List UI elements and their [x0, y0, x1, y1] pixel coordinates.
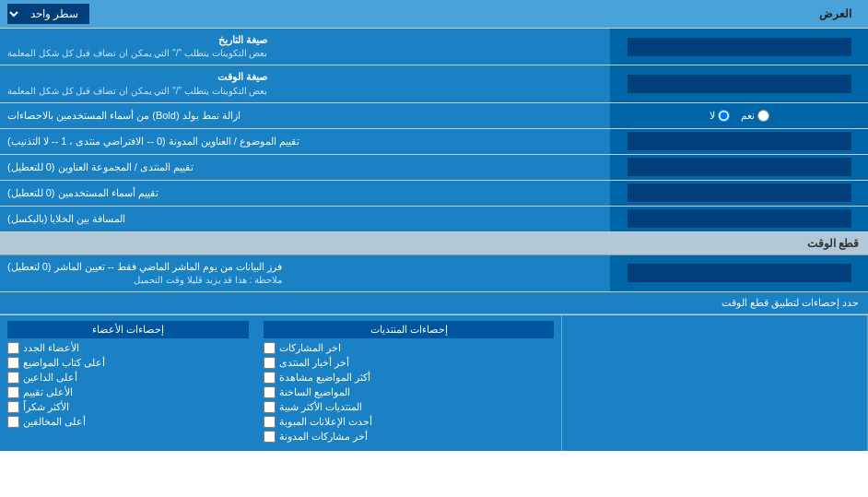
sort-forum-input-container: 33	[610, 155, 868, 180]
member-stats-title: إحصاءات الأعضاء	[7, 321, 249, 338]
time-filter-input[interactable]: 0	[628, 264, 851, 282]
bottom-checkbox-section: إحصاءات المنتديات اخر المشاركات أخر أخبا…	[0, 314, 868, 451]
bold-yes-radio[interactable]	[757, 110, 769, 122]
time-filter-label: فرز البيانات من يوم الماشر الماضي فقط --…	[0, 255, 610, 291]
checkbox-item-cb10: أعلى الداعين	[7, 372, 249, 384]
bold-yes-label[interactable]: نعم	[741, 110, 769, 122]
date-format-input[interactable]: d-m	[628, 38, 851, 56]
checkbox-cb4[interactable]	[264, 386, 276, 398]
checkbox-cb13[interactable]	[7, 416, 19, 428]
date-format-input-container: d-m	[610, 29, 868, 65]
sort-topics-input[interactable]: 33	[628, 132, 851, 150]
cell-spacing-label: المسافة بين الخلايا (بالبكسل)	[0, 207, 610, 231]
checkbox-item-cb3: أكثر المواضيع مشاهدة	[264, 372, 554, 384]
checkbox-cb9[interactable]	[7, 357, 19, 369]
date-format-row: d-m صيغة التاريخ بعض التكوينات يتطلب "/"…	[0, 29, 868, 65]
post-stats-title: إحصاءات المنتديات	[264, 321, 554, 338]
checkbox-item-cb4: المواضيع الساخنة	[264, 386, 554, 398]
bold-remove-row: نعم لا ازالة نمط بولد (Bold) من أسماء ال…	[0, 103, 868, 129]
sort-topics-row: 33 تقييم الموضوع / العناوين المدونة (0 -…	[0, 129, 868, 155]
time-format-input-container: H:i	[610, 65, 868, 101]
display-select[interactable]: سطر واحدسطرينثلاثة أسطر	[7, 4, 89, 24]
sort-forum-row: 33 تقييم المنتدى / المجموعة العناوين (0 …	[0, 155, 868, 181]
sort-users-input-container: 0	[610, 181, 868, 206]
sort-users-row: 0 تقييم أسماء المستخدمين (0 للتعطيل)	[0, 181, 868, 207]
cell-spacing-input[interactable]: 2	[628, 209, 851, 228]
limit-row: حدد إحصاءات لتطبيق قطع الوقت	[0, 292, 868, 314]
cell-spacing-row: 2 المسافة بين الخلايا (بالبكسل)	[0, 207, 868, 232]
sort-topics-input-container: 33	[610, 129, 868, 154]
checkbox-cb10[interactable]	[7, 372, 19, 384]
checkbox-cb3[interactable]	[264, 372, 276, 384]
sort-topics-label: تقييم الموضوع / العناوين المدونة (0 -- ا…	[0, 129, 610, 154]
bold-remove-label: ازالة نمط بولد (Bold) من أسماء المستخدمي…	[0, 103, 610, 128]
checkbox-item-cb7: أخر مشاركات المدونة	[264, 431, 554, 443]
empty-panel	[562, 315, 868, 451]
checkbox-item-cb12: الأكثر شكراً	[7, 401, 249, 413]
bold-no-radio[interactable]	[718, 110, 730, 122]
checkbox-cb12[interactable]	[7, 401, 19, 413]
checkbox-cb8[interactable]	[7, 342, 19, 354]
sort-users-label: تقييم أسماء المستخدمين (0 للتعطيل)	[0, 181, 610, 206]
display-label: العرض	[89, 7, 861, 20]
checkbox-item-cb6: أحدث الإعلانات المبوبة	[264, 416, 554, 428]
member-stats-panel: إحصاءات الأعضاء الأعضاء الجدد أعلى كتاب …	[0, 315, 256, 451]
time-filter-row: 0 فرز البيانات من يوم الماشر الماضي فقط …	[0, 255, 868, 292]
time-filter-input-container: 0	[610, 255, 868, 291]
bold-remove-input-container: نعم لا	[610, 103, 868, 128]
checkbox-cb11[interactable]	[7, 386, 19, 398]
display-header-row: العرض سطر واحدسطرينثلاثة أسطر	[0, 0, 868, 29]
checkbox-item-cb11: الأعلى تقييم	[7, 386, 249, 398]
sort-forum-label: تقييم المنتدى / المجموعة العناوين (0 للت…	[0, 155, 610, 180]
bold-no-label[interactable]: لا	[710, 110, 730, 122]
sort-forum-input[interactable]: 33	[628, 158, 851, 176]
checkbox-cb7[interactable]	[264, 431, 276, 443]
date-format-label: صيغة التاريخ بعض التكوينات يتطلب "/" الت…	[0, 29, 610, 65]
checkbox-item-cb2: أخر أخبار المنتدى	[264, 357, 554, 369]
sort-users-input[interactable]: 0	[628, 183, 851, 202]
time-cut-section-header: قطع الوقت	[0, 232, 868, 255]
post-stats-panel: إحصاءات المنتديات اخر المشاركات أخر أخبا…	[256, 315, 562, 451]
time-format-row: H:i صيغة الوقت بعض التكوينات يتطلب "/" ا…	[0, 65, 868, 102]
checkbox-cb1[interactable]	[264, 342, 276, 354]
cell-spacing-input-container: 2	[610, 207, 868, 231]
checkbox-item-cb13: أعلى المخالفين	[7, 416, 249, 428]
checkbox-cb2[interactable]	[264, 357, 276, 369]
checkbox-item-cb1: اخر المشاركات	[264, 342, 554, 354]
main-container: العرض سطر واحدسطرينثلاثة أسطر d-m صيغة ا…	[0, 0, 868, 451]
checkbox-item-cb8: الأعضاء الجدد	[7, 342, 249, 354]
time-format-input[interactable]: H:i	[628, 75, 851, 93]
time-format-label: صيغة الوقت بعض التكوينات يتطلب "/" التي …	[0, 65, 610, 101]
checkbox-item-cb9: أعلى كتاب المواضيع	[7, 357, 249, 369]
checkbox-item-cb5: المنتديات الأكثر شبية	[264, 401, 554, 413]
checkbox-cb6[interactable]	[264, 416, 276, 428]
checkbox-cb5[interactable]	[264, 401, 276, 413]
